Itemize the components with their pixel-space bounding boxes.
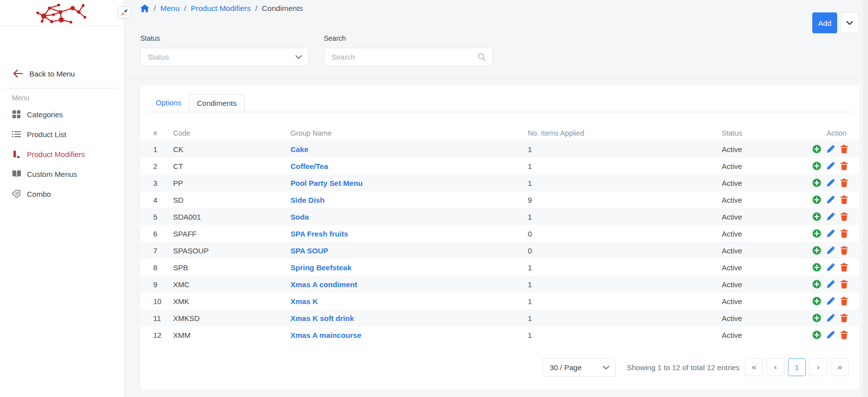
cell-status: Active bbox=[722, 179, 812, 187]
edit-icon[interactable] bbox=[826, 178, 835, 187]
edit-icon[interactable] bbox=[826, 280, 835, 289]
add-item-icon[interactable] bbox=[812, 280, 821, 289]
add-item-icon[interactable] bbox=[812, 229, 821, 238]
cell-code: SPASOUP bbox=[173, 246, 290, 255]
group-name-link[interactable]: Coffee/Tea bbox=[290, 162, 328, 170]
add-item-icon[interactable] bbox=[812, 178, 821, 187]
sidebar-item-product-list[interactable]: Product List bbox=[0, 124, 124, 144]
table-row: 3 PP Pool Party Set Menu 1 Active bbox=[140, 174, 860, 191]
breadcrumb-link-menu[interactable]: Menu bbox=[160, 4, 180, 13]
cell-code: SPB bbox=[173, 263, 290, 272]
cell-num: 2 bbox=[153, 162, 173, 170]
edit-icon[interactable] bbox=[826, 229, 835, 238]
group-name-link[interactable]: SPA Fresh fruits bbox=[290, 230, 348, 238]
delete-icon[interactable] bbox=[840, 297, 849, 306]
search-input[interactable] bbox=[324, 48, 492, 66]
cell-code: CT bbox=[173, 162, 290, 170]
home-icon[interactable] bbox=[140, 4, 149, 12]
edit-icon[interactable] bbox=[826, 314, 835, 322]
sidebar-item-product-modifiers[interactable]: Product Modifiers bbox=[0, 144, 124, 164]
cell-num: 5 bbox=[153, 213, 173, 221]
search-box bbox=[324, 48, 492, 66]
breadcrumb-link-product-modifiers[interactable]: Product Modifiers bbox=[191, 4, 251, 13]
sidebar-collapse-button[interactable] bbox=[118, 6, 131, 18]
delete-icon[interactable] bbox=[840, 229, 849, 238]
page-scrollbar[interactable] bbox=[863, 0, 868, 397]
sidebar-item-combo[interactable]: Combo bbox=[0, 184, 124, 204]
status-select[interactable]: Status bbox=[140, 48, 308, 66]
group-name-link[interactable]: Spring Beefsteak bbox=[290, 263, 352, 272]
add-item-icon[interactable] bbox=[812, 195, 821, 204]
group-name-link[interactable]: Soda bbox=[290, 213, 309, 221]
group-name-link[interactable]: SPA SOUP bbox=[290, 246, 328, 255]
add-item-icon[interactable] bbox=[812, 263, 821, 272]
add-dropdown-button[interactable] bbox=[840, 12, 859, 33]
pagination-last-button[interactable]: » bbox=[831, 358, 849, 376]
cell-num: 6 bbox=[153, 230, 173, 238]
group-name-link[interactable]: Side Dish bbox=[290, 196, 324, 204]
add-item-icon[interactable] bbox=[812, 161, 821, 170]
pagination-next-button[interactable]: › bbox=[809, 358, 827, 376]
delete-icon[interactable] bbox=[840, 280, 849, 289]
group-name-link[interactable]: Xmas A condiment bbox=[290, 280, 357, 289]
edit-icon[interactable] bbox=[826, 246, 835, 255]
pagination-first-button[interactable]: « bbox=[745, 358, 763, 376]
sidebar-item-label: Custom Menus bbox=[27, 170, 77, 178]
group-name-link[interactable]: Xmas K bbox=[290, 297, 318, 306]
delete-icon[interactable] bbox=[840, 195, 849, 204]
edit-icon[interactable] bbox=[826, 161, 835, 170]
delete-icon[interactable] bbox=[840, 178, 849, 187]
filter-divider bbox=[124, 79, 868, 79]
delete-icon[interactable] bbox=[840, 246, 849, 255]
edit-icon[interactable] bbox=[826, 195, 835, 204]
table-row: 9 XMC Xmas A condiment 1 Active bbox=[140, 276, 860, 293]
group-name-link[interactable]: Xmas A maincourse bbox=[290, 331, 361, 339]
sidebar-item-custom-menus[interactable]: Custom Menus bbox=[0, 164, 124, 184]
table-row: 7 SPASOUP SPA SOUP 0 Active bbox=[140, 242, 860, 259]
delete-icon[interactable] bbox=[840, 145, 849, 154]
add-item-icon[interactable] bbox=[812, 212, 821, 221]
tab-options[interactable]: Options bbox=[148, 94, 189, 112]
cell-num: 12 bbox=[153, 331, 173, 339]
sidebar-section-label: Menu bbox=[12, 94, 29, 102]
pagination-prev-button[interactable]: ‹ bbox=[767, 358, 784, 376]
edit-icon[interactable] bbox=[826, 330, 835, 339]
tab-condiments[interactable]: Condiments bbox=[189, 94, 245, 112]
sidebar-item-categories[interactable]: Categories bbox=[0, 104, 124, 124]
delete-icon[interactable] bbox=[840, 212, 849, 221]
add-item-icon[interactable] bbox=[812, 145, 821, 154]
sidebar-item-label: Product Modifiers bbox=[27, 150, 85, 159]
add-item-icon[interactable] bbox=[812, 314, 821, 322]
chevron-down-icon bbox=[846, 21, 853, 25]
cell-action bbox=[812, 297, 849, 306]
cell-num: 1 bbox=[153, 145, 173, 154]
delete-icon[interactable] bbox=[840, 161, 849, 170]
sidebar-item-label: Categories bbox=[27, 110, 63, 119]
delete-icon[interactable] bbox=[840, 314, 849, 322]
delete-icon[interactable] bbox=[840, 330, 849, 339]
add-item-icon[interactable] bbox=[812, 330, 821, 339]
brand-logo-icon[interactable] bbox=[33, 1, 91, 24]
book-icon bbox=[12, 169, 21, 179]
page-size-select[interactable]: 30 / Page bbox=[542, 358, 616, 377]
cell-num: 11 bbox=[153, 314, 173, 322]
condiments-table: # Code Group Name No. Items Applied Stat… bbox=[140, 125, 860, 343]
cell-items-applied: 1 bbox=[528, 145, 722, 154]
back-to-menu-button[interactable]: Back to Menu bbox=[0, 66, 124, 81]
add-item-icon[interactable] bbox=[812, 297, 821, 306]
edit-icon[interactable] bbox=[826, 212, 835, 221]
delete-icon[interactable] bbox=[840, 263, 849, 272]
list-icon bbox=[12, 130, 21, 139]
group-name-link[interactable]: Pool Party Set Menu bbox=[290, 179, 363, 187]
edit-icon[interactable] bbox=[826, 297, 835, 306]
add-item-icon[interactable] bbox=[812, 246, 821, 255]
add-button[interactable]: Add bbox=[812, 12, 837, 33]
col-header-items-applied: No. Items Applied bbox=[528, 129, 722, 137]
edit-icon[interactable] bbox=[826, 145, 835, 154]
edit-icon[interactable] bbox=[826, 263, 835, 272]
group-name-link[interactable]: Xmas K soft drink bbox=[290, 314, 354, 322]
pagination-page-1-button[interactable]: 1 bbox=[788, 358, 806, 376]
table-header-row: # Code Group Name No. Items Applied Stat… bbox=[140, 125, 860, 141]
breadcrumb-separator: / bbox=[255, 4, 257, 13]
group-name-link[interactable]: Cake bbox=[290, 145, 308, 154]
